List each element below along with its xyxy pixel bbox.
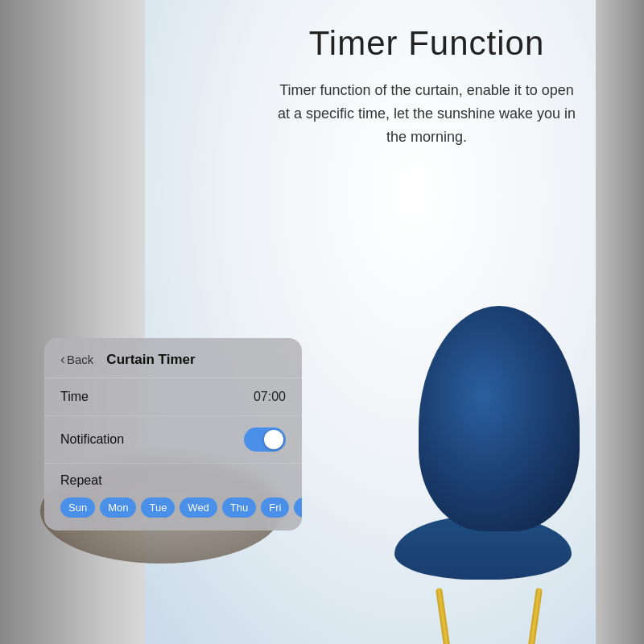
chair-back (419, 306, 580, 531)
back-chevron-icon: ‹ (60, 351, 65, 368)
day-pill-fri[interactable]: Fri (261, 497, 289, 518)
days-row: SunMonTueWedThuFriSat (60, 497, 286, 518)
day-pill-sat[interactable]: Sat (294, 497, 302, 518)
time-label: Time (60, 390, 89, 404)
notification-row: Notification (44, 416, 302, 464)
card-title: Curtain Timer (106, 352, 195, 368)
page-subtitle: Timer function of the curtain, enable it… (274, 79, 580, 148)
toggle-track (244, 427, 286, 452)
repeat-label: Repeat (60, 473, 286, 488)
notification-toggle[interactable] (244, 427, 286, 452)
day-pill-sun[interactable]: Sun (60, 497, 95, 518)
repeat-section: Repeat SunMonTueWedThuFriSat (44, 464, 302, 530)
notification-label: Notification (60, 432, 124, 447)
toggle-thumb (264, 430, 283, 449)
chair (394, 306, 580, 580)
time-value[interactable]: 07:00 (254, 390, 286, 404)
back-label: Back (67, 353, 93, 366)
time-row: Time 07:00 (44, 378, 302, 416)
day-pill-wed[interactable]: Wed (180, 497, 217, 518)
day-pill-tue[interactable]: Tue (141, 497, 175, 518)
back-button[interactable]: ‹ Back (60, 351, 93, 368)
day-pill-thu[interactable]: Thu (222, 497, 256, 518)
day-pill-mon[interactable]: Mon (100, 497, 136, 518)
app-card: ‹ Back Curtain Timer Time 07:00 Notifica… (44, 338, 302, 530)
curtain-right (596, 0, 644, 644)
title-section: Timer Function Timer function of the cur… (274, 24, 580, 148)
page-title: Timer Function (274, 24, 580, 63)
card-header: ‹ Back Curtain Timer (44, 338, 302, 378)
